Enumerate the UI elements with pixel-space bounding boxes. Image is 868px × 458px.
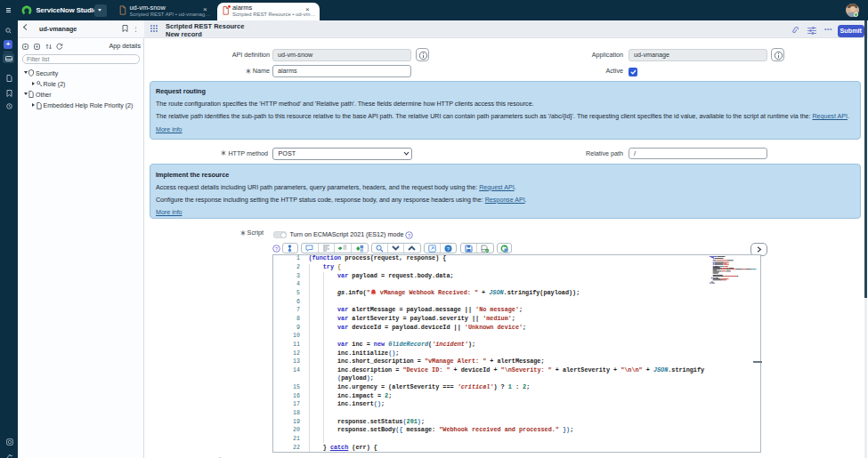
svg-text:?: ? (275, 245, 278, 251)
svg-text:?: ? (407, 232, 410, 237)
